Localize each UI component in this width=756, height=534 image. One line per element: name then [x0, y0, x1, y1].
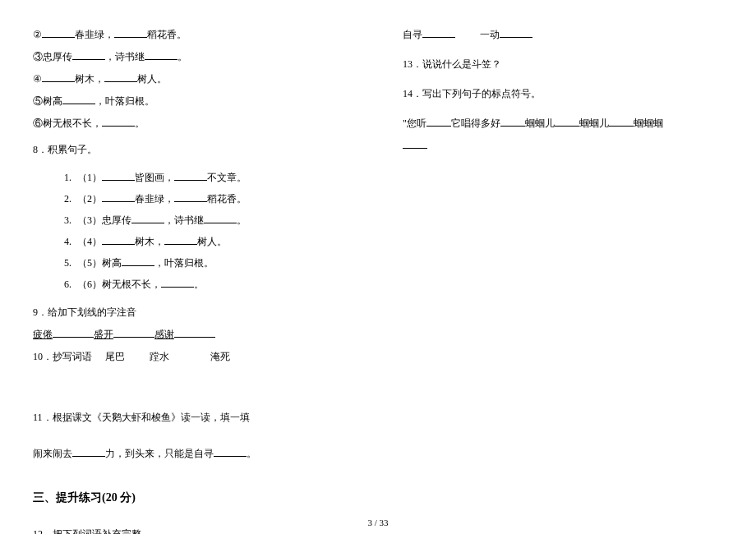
text: 树木，	[75, 73, 104, 85]
q10-line: 10．抄写词语尾巴蹚水淹死	[33, 347, 353, 366]
blank	[42, 71, 75, 82]
blank	[72, 445, 105, 457]
blank	[426, 115, 451, 127]
word: 蹚水	[150, 351, 169, 362]
text: 它唱得多好	[451, 117, 500, 129]
blank	[174, 326, 215, 338]
q8-list: （1）皆图画，不文章。 （2）春韭绿，稻花香。 （3）忠厚传，诗书继。 （4）树…	[74, 168, 353, 294]
blank	[114, 26, 147, 38]
right-column: 自寻一动 13．说说什么是斗笠？ 14．写出下列句子的标点符号。 "您听它唱得多…	[403, 25, 723, 534]
blank	[113, 326, 154, 338]
left-column: ②春韭绿，稻花香。 ③忠厚传，诗书继。 ④树木，树人。 ⑤树高，叶落归根。 ⑥树…	[33, 25, 353, 534]
blank	[403, 137, 427, 149]
list-item: （2）春韭绿，稻花香。	[74, 189, 353, 209]
text: ②	[33, 29, 42, 40]
page-number: 3 / 33	[0, 518, 756, 527]
blank	[53, 326, 94, 338]
blank	[102, 233, 135, 245]
blank	[164, 233, 197, 245]
list-item: （5）树高，叶落归根。	[74, 253, 353, 273]
text: （3）忠厚传	[77, 214, 131, 226]
text: ，叶落归根。	[95, 95, 154, 107]
blank	[174, 169, 207, 181]
two-column-layout: ②春韭绿，稻花香。 ③忠厚传，诗书继。 ④树木，树人。 ⑤树高，叶落归根。 ⑥树…	[33, 25, 723, 534]
text: 春韭绿，	[75, 29, 114, 40]
underlined-word: 感谢	[154, 329, 174, 340]
text: 一动	[480, 29, 500, 40]
underlined-word: 盛开	[94, 329, 113, 340]
right-line1: 自寻一动	[403, 25, 723, 44]
text: （5）树高	[77, 257, 122, 269]
word: 尾巴	[105, 351, 125, 362]
line-6: ⑥树无根不长，。	[33, 113, 353, 133]
text: 闹来闹去	[33, 448, 72, 459]
text: 蝈蝈儿	[579, 117, 609, 129]
blank	[500, 115, 525, 127]
text: （4）	[77, 236, 102, 247]
q9-title: 9．给加下划线的字注音	[33, 302, 353, 322]
text: 。	[237, 214, 247, 226]
text: 自寻	[403, 29, 422, 40]
line-5: ⑤树高，叶落归根。	[33, 91, 353, 111]
blank	[145, 48, 177, 60]
text: 皆图画，	[135, 172, 174, 183]
section-3-title: 三、提升练习(20 分)	[33, 486, 353, 509]
blank	[131, 212, 164, 223]
text: 不文章。	[207, 172, 247, 183]
q11-line: 闹来闹去力，到头来，只能是自寻。	[33, 444, 353, 463]
list-item: （4）树木，树人。	[74, 232, 353, 251]
list-item: （6）树无根不长，。	[74, 274, 353, 294]
blank	[500, 26, 532, 38]
blank	[609, 115, 634, 127]
word: 淹死	[210, 351, 230, 362]
text: ，诗书继	[105, 51, 145, 62]
text: 蝈蝈儿	[525, 117, 555, 129]
text: ③忠厚传	[33, 51, 72, 62]
text: 。	[135, 117, 145, 129]
text: "您听	[403, 117, 426, 129]
blank	[102, 191, 135, 202]
line-2: ②春韭绿，稻花香。	[33, 25, 353, 44]
blank	[102, 115, 135, 127]
text: 。	[177, 51, 187, 62]
q8-title: 8．积累句子。	[33, 140, 353, 159]
text: 树木，	[135, 236, 164, 247]
text: 稻花香。	[207, 193, 247, 205]
text: ⑤树高	[33, 95, 62, 107]
text: 稻花香。	[147, 29, 187, 40]
blank	[214, 445, 247, 457]
text: ，叶落归根。	[154, 257, 214, 269]
text: 春韭绿，	[135, 193, 174, 205]
underlined-word: 疲倦	[33, 329, 53, 340]
line-3: ③忠厚传，诗书继。	[33, 47, 353, 67]
text: 。	[247, 448, 256, 459]
list-item: （3）忠厚传，诗书继。	[74, 210, 353, 230]
text: （6）树无根不长，	[77, 279, 161, 290]
q14-line: "您听它唱得多好蝈蝈儿蝈蝈儿蝈蝈蝈	[403, 113, 723, 133]
text: ，诗书继	[164, 214, 204, 226]
blank	[102, 169, 135, 181]
text: ⑥树无根不长，	[33, 117, 102, 129]
blank	[204, 212, 237, 223]
blank	[422, 26, 455, 38]
q10-title: 10．抄写词语	[33, 351, 92, 362]
text: 树人。	[197, 236, 227, 247]
text: （1）	[77, 172, 102, 183]
line-4: ④树木，树人。	[33, 69, 353, 89]
text: ④	[33, 73, 42, 85]
text: 力，到头来，只能是自寻	[105, 448, 214, 459]
text: （2）	[77, 193, 102, 205]
q9-line: 疲倦盛开感谢	[33, 325, 353, 344]
blank	[122, 255, 154, 266]
blank	[161, 276, 194, 288]
q13: 13．说说什么是斗笠？	[403, 54, 723, 74]
blank	[72, 48, 105, 60]
q14-line-cont	[403, 136, 723, 155]
q14-title: 14．写出下列句子的标点符号。	[403, 84, 723, 104]
blank	[555, 115, 579, 127]
text: 蝈蝈蝈	[634, 117, 663, 129]
blank	[62, 93, 95, 104]
blank	[42, 26, 75, 38]
list-item: （1）皆图画，不文章。	[74, 168, 353, 187]
q11-title: 11．根据课文《天鹅大虾和梭鱼》读一读，填一填	[33, 407, 353, 427]
